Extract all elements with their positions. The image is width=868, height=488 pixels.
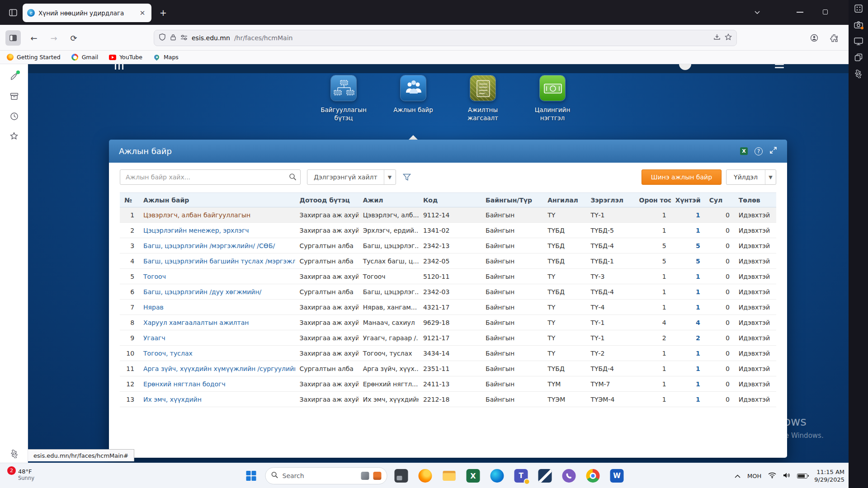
nav-tile-salary-summary[interactable]: Цалингийн нэгтгэл (526, 75, 579, 122)
tab-close-icon[interactable]: ✕ (138, 9, 147, 18)
nav-tile-employee-list[interactable]: Ажилтны жагсаалт (456, 75, 509, 122)
viber-icon[interactable] (559, 466, 579, 486)
actions-dropdown[interactable]: Үйлдэл ▼ (726, 169, 776, 185)
occupied-count-link[interactable]: 1 (696, 365, 700, 372)
occupied-count-link[interactable]: 1 (696, 380, 700, 388)
job-position-link[interactable]: Багш, цэцэрлэгийн багшийн туслах /мэргэж… (143, 258, 295, 265)
nav-tile-org-structure[interactable]: Байгууллагын бүтэц (317, 75, 370, 122)
table-row[interactable]: 10Тогооч, туслахЗахиргаа аж ахуйТогооч, … (120, 346, 776, 361)
occupied-count-link[interactable]: 4 (696, 319, 700, 326)
save-page-icon[interactable] (713, 33, 721, 42)
weather-widget[interactable]: 2 48°F Sunny (5, 465, 39, 487)
grid-icon[interactable] (854, 4, 863, 14)
filter-button[interactable] (400, 169, 414, 185)
occupied-count-link[interactable]: 1 (696, 227, 700, 234)
reload-button[interactable]: ⟳ (66, 30, 81, 46)
column-header[interactable]: Ангилал (543, 193, 586, 207)
column-header[interactable]: Ажил (359, 193, 419, 207)
job-position-link[interactable]: Тогооч, туслах (143, 350, 193, 357)
table-row[interactable]: 4Багш, цэцэрлэгийн багшийн туслах /мэргэ… (120, 253, 776, 269)
occupied-count-link[interactable]: 5 (696, 258, 700, 265)
column-header[interactable]: Сул (705, 193, 734, 207)
forward-button[interactable]: → (46, 30, 61, 46)
advanced-search-dropdown[interactable]: Дэлгэрэнгүй хайлт ▼ (307, 169, 396, 185)
nav-tile-job-positions[interactable]: Ажлын байр (387, 75, 440, 122)
job-position-link[interactable]: Угаагч (143, 334, 165, 342)
window-minimize-button[interactable] (797, 12, 803, 13)
column-header[interactable]: Ажлын байр (139, 193, 295, 207)
permissions-icon[interactable] (180, 34, 188, 42)
job-position-link[interactable]: Нярав (143, 304, 164, 311)
new-job-position-button[interactable]: Шинэ ажлын байр (642, 169, 722, 185)
search-icon[interactable] (289, 173, 297, 183)
bookmark-getting-started[interactable]: Getting Started (6, 54, 61, 61)
notepad-icon[interactable] (535, 466, 555, 486)
occupied-count-link[interactable]: 1 (696, 273, 700, 280)
job-position-link[interactable]: Цэцэрлэгийн менежер, эрхлэгч (143, 227, 249, 234)
sidebar-bookmarks-icon[interactable] (6, 128, 22, 144)
account-icon[interactable] (807, 30, 822, 46)
help-icon[interactable]: ? (755, 147, 763, 155)
sidebar-history-icon[interactable] (6, 108, 22, 124)
bookmark-gmail[interactable]: Gmail (71, 54, 98, 61)
column-header[interactable]: Зэрэглэл (586, 193, 634, 207)
table-row[interactable]: 2Цэцэрлэгийн менежер, эрхлэгчЗахиргаа аж… (120, 223, 776, 238)
word-icon[interactable]: W (607, 466, 627, 486)
table-row[interactable]: 9УгаагчЗахиргаа аж ахуйУгаагч, гараар /.… (120, 330, 776, 346)
job-position-link[interactable]: Их эмч, хүүхдийн (143, 396, 202, 403)
browser-tab[interactable]: e Хүний нөөцийн удирдлага ✕ (23, 4, 151, 22)
camera-icon[interactable] (854, 20, 863, 30)
copy-icon[interactable] (854, 52, 863, 62)
tray-chevron-up-icon[interactable] (735, 472, 741, 480)
back-button[interactable]: ← (26, 30, 42, 46)
job-position-link[interactable]: Ерөнхий нягтлан бодогч (143, 380, 226, 388)
occupied-count-link[interactable]: 1 (696, 350, 700, 357)
bookmark-star-icon[interactable] (725, 33, 732, 42)
new-tab-button[interactable]: + (157, 7, 170, 19)
url-bar[interactable]: esis.edu.mn/hr/faces/hcmMain (154, 30, 737, 46)
firefox-view-icon[interactable] (6, 6, 20, 19)
start-button[interactable] (241, 466, 261, 486)
table-row[interactable]: 5ТогоочЗахиргаа аж ахуйТогооч5120-11Байн… (120, 269, 776, 284)
taskbar-clock[interactable]: 11:15 AM 9/29/2025 (814, 468, 844, 483)
bookmark-maps[interactable]: Maps (153, 54, 179, 61)
sidebar-archive-icon[interactable] (6, 88, 22, 104)
column-header[interactable]: Төлөв (734, 193, 776, 207)
job-position-link[interactable]: Харуул хамгаалалтын ажилтан (143, 319, 249, 326)
firefox-icon[interactable] (415, 466, 435, 486)
settings-gear-icon[interactable] (854, 69, 863, 79)
extensions-puzzle-icon[interactable] (826, 30, 842, 46)
tracking-shield-icon[interactable] (159, 33, 166, 42)
occupied-count-link[interactable]: 1 (696, 288, 700, 296)
search-input[interactable] (120, 169, 301, 185)
occupied-count-link[interactable]: 1 (696, 304, 700, 311)
table-row[interactable]: 7НяравЗахиргаа аж ахуйНярав, хангам...43… (120, 300, 776, 315)
job-position-link[interactable]: Багш, цэцэрлэгийн /дуу хөгжмийн/ (143, 288, 261, 296)
edge-icon[interactable] (487, 466, 507, 486)
occupied-count-link[interactable]: 5 (696, 242, 700, 249)
job-position-link[interactable]: Арга зүйч, хүүхдийн хүмүүжлийн /сургуули… (143, 365, 295, 372)
occupied-count-link[interactable]: 1 (696, 396, 700, 403)
column-header[interactable]: Дотоод бүтэц (295, 193, 359, 207)
sidebar-toggle-icon[interactable] (5, 30, 21, 46)
column-header[interactable]: Хүнтэй (671, 193, 705, 207)
monitor-icon[interactable] (854, 36, 863, 46)
column-header[interactable]: Байнгын/Түр (481, 193, 543, 207)
occupied-count-link[interactable]: 1 (696, 211, 700, 219)
bookmark-youtube[interactable]: YouTube (109, 54, 142, 61)
file-explorer-icon[interactable] (439, 466, 459, 486)
menu-icon[interactable] (775, 64, 784, 70)
job-position-link[interactable]: Багш, цэцэрлэгийн /мэргэжлийн/ /СӨБ/ (143, 242, 275, 249)
table-row[interactable]: 3Багш, цэцэрлэгийн /мэргэжлийн/ /СӨБ/Сур… (120, 238, 776, 253)
sidebar-extension-icon[interactable] (6, 68, 22, 84)
teams-icon[interactable]: T (511, 466, 531, 486)
wifi-icon[interactable] (768, 472, 776, 480)
search-highlight-icon[interactable] (361, 472, 369, 480)
tab-list-chevron-icon[interactable] (751, 7, 763, 19)
table-row[interactable]: 11Арга зүйч, хүүхдийн хүмүүжлийн /сургуу… (120, 361, 776, 376)
taskbar-search[interactable]: Search (265, 467, 387, 484)
photos-app-icon[interactable] (392, 466, 411, 486)
column-header[interactable]: № (120, 193, 139, 207)
table-row[interactable]: 13Их эмч, хүүхдийнЗахиргаа аж ахуйИх эмч… (120, 392, 776, 407)
search-highlight-icon-2[interactable] (373, 472, 382, 480)
